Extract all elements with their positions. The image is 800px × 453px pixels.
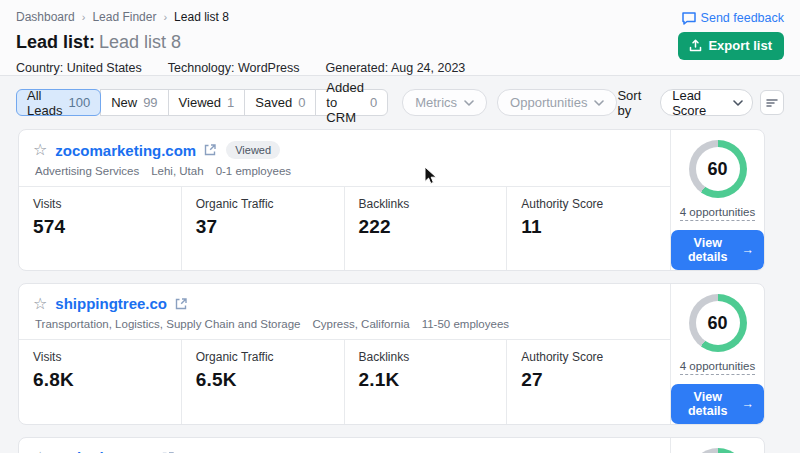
export-list-button[interactable]: Export list xyxy=(678,32,784,60)
chevron-down-icon xyxy=(594,100,604,106)
tab-label: Viewed xyxy=(179,95,221,110)
filter-bar: All Leads 100 New 99 Viewed 1 Saved 0 Ad… xyxy=(16,89,784,116)
lead-score-ring: 60 xyxy=(689,294,747,352)
tab-count: 0 xyxy=(370,95,377,110)
sort-select[interactable]: Lead Score xyxy=(660,89,753,116)
view-details-button[interactable]: View details → xyxy=(671,230,764,270)
meta-country: Country: United States xyxy=(16,61,142,75)
arrow-right-icon: → xyxy=(742,397,755,411)
breadcrumb-item-lead-finder[interactable]: Lead Finder xyxy=(92,10,156,24)
lead-score-value: 60 xyxy=(696,147,740,191)
tab-label: All Leads xyxy=(27,88,62,118)
lead-score-ring: 60 xyxy=(689,140,747,198)
lead-metrics: Visits 6.8K Organic Traffic 6.5K Backlin… xyxy=(19,339,670,424)
lead-status-tabs: All Leads 100 New 99 Viewed 1 Saved 0 Ad… xyxy=(16,89,388,116)
arrow-right-icon: → xyxy=(742,243,755,257)
tab-count: 100 xyxy=(68,95,90,110)
tab-all-leads[interactable]: All Leads 100 xyxy=(16,89,101,116)
lead-subinfo: Advertising Services Lehi, Utah 0-1 empl… xyxy=(33,165,654,177)
lead-metrics: Visits 574 Organic Traffic 37 Backlinks … xyxy=(19,186,670,270)
list-meta: Country: United States Technology: WordP… xyxy=(16,61,465,75)
view-details-label: View details xyxy=(681,390,735,418)
breadcrumb-item-dashboard[interactable]: Dashboard xyxy=(16,10,75,24)
sort-select-value: Lead Score xyxy=(672,88,733,118)
upload-icon xyxy=(689,39,702,52)
tab-new[interactable]: New 99 xyxy=(100,89,168,116)
tab-count: 0 xyxy=(298,95,305,110)
star-icon[interactable]: ☆ xyxy=(33,142,47,158)
page-title-value: Lead list 8 xyxy=(99,32,181,52)
lead-location: Cypress, California xyxy=(313,318,410,330)
tab-label: New xyxy=(111,95,137,110)
lead-score-value: 60 xyxy=(696,301,740,345)
breadcrumb-separator-icon: › xyxy=(163,11,167,23)
view-details-label: View details xyxy=(681,236,735,264)
lead-location: Lehi, Utah xyxy=(151,165,203,177)
metric-organic-traffic: Organic Traffic 37 xyxy=(182,187,345,270)
lead-industry: Transportation, Logistics, Supply Chain … xyxy=(35,318,301,330)
metrics-dropdown-label: Metrics xyxy=(415,95,457,110)
lead-list: ☆ zocomarketing.com Viewed Advertising S… xyxy=(18,129,765,453)
star-icon[interactable]: ☆ xyxy=(33,450,47,453)
metric-authority-score: Authority Score 27 xyxy=(507,340,670,424)
lead-score-ring: 55 xyxy=(689,448,747,453)
tab-viewed[interactable]: Viewed 1 xyxy=(168,89,246,116)
opportunities-link[interactable]: 4 opportunities xyxy=(680,360,755,375)
tab-saved[interactable]: Saved 0 xyxy=(244,89,316,116)
send-feedback-link[interactable]: Send feedback xyxy=(682,11,784,25)
breadcrumb: Dashboard › Lead Finder › Lead list 8 xyxy=(16,9,465,24)
chevron-down-icon xyxy=(464,100,474,106)
viewed-badge: Viewed xyxy=(226,141,280,159)
view-details-button[interactable]: View details → xyxy=(671,384,764,424)
tab-label: Saved xyxy=(255,95,292,110)
lead-domain-link[interactable]: amhydro.com xyxy=(55,449,153,453)
meta-technology: Technology: WordPress xyxy=(168,61,300,75)
lead-card-shippingtree: ☆ shippingtree.co Transportation, Logist… xyxy=(18,283,765,425)
sort-descending-icon xyxy=(766,98,778,108)
opportunities-dropdown-button[interactable]: Opportunities xyxy=(497,89,617,116)
tab-count: 1 xyxy=(227,95,234,110)
chevron-down-icon xyxy=(733,100,743,106)
breadcrumb-item-lead-list: Lead list 8 xyxy=(174,10,229,24)
metric-backlinks: Backlinks 2.1K xyxy=(345,340,508,424)
sort-direction-button[interactable] xyxy=(760,90,784,115)
lead-employees: 11-50 employees xyxy=(422,318,509,330)
metrics-dropdown-button[interactable]: Metrics xyxy=(402,89,487,116)
lead-industry: Advertising Services xyxy=(35,165,139,177)
lead-card-amhydro: ☆ amhydro.com Farming Arcata, CA 11-50 e… xyxy=(18,437,765,453)
opportunities-dropdown-label: Opportunities xyxy=(510,95,587,110)
page-header: Dashboard › Lead Finder › Lead list 8 Le… xyxy=(0,0,800,76)
meta-generated: Generated: Aug 24, 2023 xyxy=(326,61,466,75)
page-title: Lead list:Lead list 8 xyxy=(16,31,465,53)
lead-domain-link[interactable]: zocomarketing.com xyxy=(55,142,196,159)
metric-visits: Visits 574 xyxy=(19,187,182,270)
lead-domain-link[interactable]: shippingtree.co xyxy=(55,295,167,312)
lead-subinfo: Transportation, Logistics, Supply Chain … xyxy=(33,318,654,330)
sort-by-label: Sort by xyxy=(617,88,652,118)
opportunities-link[interactable]: 4 opportunities xyxy=(680,206,755,221)
lead-employees: 0-1 employees xyxy=(216,165,291,177)
feedback-bubble-icon xyxy=(682,12,696,25)
send-feedback-label: Send feedback xyxy=(701,11,784,25)
star-icon[interactable]: ☆ xyxy=(33,296,47,312)
breadcrumb-separator-icon: › xyxy=(82,11,86,23)
metric-organic-traffic: Organic Traffic 6.5K xyxy=(182,340,345,424)
external-link-icon[interactable] xyxy=(175,298,187,310)
external-link-icon[interactable] xyxy=(204,144,216,156)
tab-label: Added to CRM xyxy=(326,80,364,125)
metric-authority-score: Authority Score 11 xyxy=(507,187,670,270)
metric-backlinks: Backlinks 222 xyxy=(345,187,508,270)
tab-added-to-crm[interactable]: Added to CRM 0 xyxy=(315,89,388,116)
metric-visits: Visits 6.8K xyxy=(19,340,182,424)
lead-card-zocomarketing: ☆ zocomarketing.com Viewed Advertising S… xyxy=(18,129,765,271)
tab-count: 99 xyxy=(143,95,157,110)
page-title-label: Lead list: xyxy=(16,32,95,52)
export-list-label: Export list xyxy=(708,38,772,53)
